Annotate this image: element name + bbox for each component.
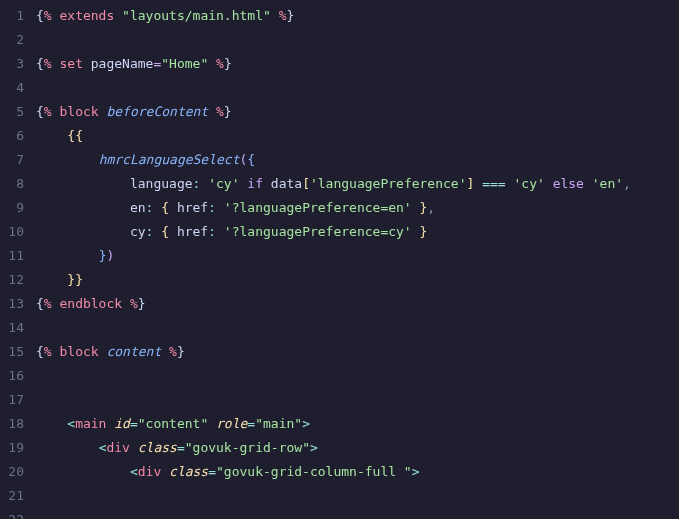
line-number: 15 xyxy=(0,340,24,364)
code-line[interactable]: {% set pageName="Home" %} xyxy=(36,52,679,76)
line-number: 12 xyxy=(0,268,24,292)
code-line[interactable] xyxy=(36,484,679,508)
code-line[interactable]: language: 'cy' if data['languagePreferen… xyxy=(36,172,679,196)
code-line[interactable]: cy: { href: '?languagePreference=cy' } xyxy=(36,220,679,244)
code-line[interactable]: <div class="govuk-grid-column-full "> xyxy=(36,460,679,484)
line-number: 18 xyxy=(0,412,24,436)
line-number: 3 xyxy=(0,52,24,76)
line-number: 13 xyxy=(0,292,24,316)
code-line[interactable]: {% block beforeContent %} xyxy=(36,100,679,124)
code-line[interactable] xyxy=(36,76,679,100)
code-line[interactable] xyxy=(36,508,679,519)
code-line[interactable]: {{ xyxy=(36,124,679,148)
line-number: 17 xyxy=(0,388,24,412)
line-number: 22 xyxy=(0,508,24,519)
code-line[interactable]: }} xyxy=(36,268,679,292)
code-line[interactable]: hmrcLanguageSelect({ xyxy=(36,148,679,172)
code-line[interactable]: }) xyxy=(36,244,679,268)
code-line[interactable]: {% extends "layouts/main.html" %} xyxy=(36,4,679,28)
code-line[interactable] xyxy=(36,388,679,412)
code-line[interactable]: <main id="content" role="main"> xyxy=(36,412,679,436)
line-number-gutter: 12345678910111213141516171819202122 xyxy=(0,0,36,519)
line-number: 2 xyxy=(0,28,24,52)
line-number: 7 xyxy=(0,148,24,172)
code-editor[interactable]: 12345678910111213141516171819202122 {% e… xyxy=(0,0,679,519)
line-number: 8 xyxy=(0,172,24,196)
line-number: 20 xyxy=(0,460,24,484)
line-number: 21 xyxy=(0,484,24,508)
code-line[interactable]: <div class="govuk-grid-row"> xyxy=(36,436,679,460)
code-content[interactable]: {% extends "layouts/main.html" %}{% set … xyxy=(36,0,679,519)
line-number: 14 xyxy=(0,316,24,340)
line-number: 4 xyxy=(0,76,24,100)
line-number: 9 xyxy=(0,196,24,220)
code-line[interactable] xyxy=(36,316,679,340)
code-line[interactable] xyxy=(36,28,679,52)
line-number: 10 xyxy=(0,220,24,244)
line-number: 16 xyxy=(0,364,24,388)
line-number: 11 xyxy=(0,244,24,268)
line-number: 19 xyxy=(0,436,24,460)
line-number: 1 xyxy=(0,4,24,28)
code-line[interactable]: {% endblock %} xyxy=(36,292,679,316)
line-number: 6 xyxy=(0,124,24,148)
line-number: 5 xyxy=(0,100,24,124)
code-line[interactable]: {% block content %} xyxy=(36,340,679,364)
code-line[interactable]: en: { href: '?languagePreference=en' }, xyxy=(36,196,679,220)
code-line[interactable] xyxy=(36,364,679,388)
